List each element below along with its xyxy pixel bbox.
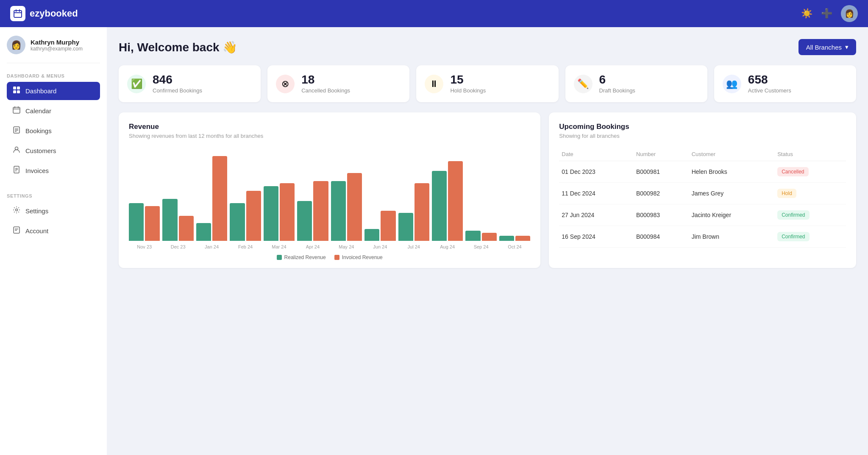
table-row: 11 Dec 2024 B000982 James Grey Hold [559,183,846,204]
sun-icon[interactable]: ☀️ [801,8,812,19]
legend-invoiced: Invoiced Revenue [334,254,383,260]
sidebar-item-label: Bookings [25,127,52,134]
upcoming-title: Upcoming Bookings [559,123,846,131]
sidebar-item-label: Account [25,227,48,234]
logo-icon [10,6,25,21]
realized-bar [499,236,514,241]
sidebar-item-customers[interactable]: Customers [7,142,100,160]
sidebar-item-account[interactable]: Account [7,222,100,240]
table-header: Customer [689,148,775,161]
bar-group [331,173,362,241]
chart-month-label: Sep 24 [465,244,496,249]
realized-bar [196,223,211,241]
content-header: Hi, Welcome back 👋 All Branches ▾ [119,39,856,55]
invoiced-bar [448,161,463,241]
status-badge: Cancelled [777,167,808,176]
legend-invoiced-label: Invoiced Revenue [342,254,383,260]
settings-section: SETTINGS Settings Account [7,192,100,242]
chart-month-label: Jan 24 [196,244,227,249]
bar-group [297,181,328,241]
stat-number: 846 [153,74,202,86]
invoices-icon [13,166,20,176]
invoiced-bar [415,183,429,241]
sidebar-item-settings[interactable]: Settings [7,202,100,220]
logo-text: ezybooked [30,8,78,19]
realized-bar [129,203,144,241]
svg-rect-0 [14,11,22,17]
realized-bar [398,213,413,241]
revenue-card: Revenue Showing revenues from last 12 mo… [119,112,540,268]
stats-row: ✅ 846 Confirmed Bookings ⊗ 18 Cancelled … [119,65,856,102]
realized-dot [277,255,282,260]
sidebar-item-label: Settings [25,207,48,215]
stat-number: 15 [450,74,486,86]
table-row: 01 Dec 2023 B000981 Helen Brooks Cancell… [559,161,846,183]
bar-group [364,211,395,241]
stat-label: Active Customers [748,87,791,94]
upcoming-bookings-card: Upcoming Bookings Showing for all branch… [549,112,856,268]
stat-card-active-customers: 👥 658 Active Customers [714,65,856,102]
bar-group [499,236,530,241]
chart-month-label: Apr 24 [297,244,328,249]
booking-date: 16 Sep 2024 [559,226,634,248]
booking-number: B000981 [634,161,689,183]
branches-button[interactable]: All Branches ▾ [798,39,856,55]
chart-month-label: Mar 24 [264,244,295,249]
sidebar-item-calendar[interactable]: Calendar [7,102,100,120]
chart-month-label: Feb 24 [230,244,261,249]
chart-month-label: Nov 23 [129,244,160,249]
avatar: 👩 [7,36,25,54]
settings-icon [13,206,20,216]
stat-icon: ✏️ [574,75,593,93]
dashboard-section-label: DASHBOARD & MENUS [7,73,100,78]
booking-status: Confirmed [775,204,846,226]
stat-icon: ✅ [127,75,146,93]
add-icon[interactable]: ➕ [821,8,832,19]
booking-status: Hold [775,183,846,204]
bar-group [264,183,295,241]
invoiced-bar [347,173,362,241]
booking-number: B000983 [634,204,689,226]
booking-status: Confirmed [775,226,846,248]
sidebar: 👩 Kathryn Murphy kathryn@example.com DAS… [0,27,107,455]
top-navigation: ezybooked ☀️ ➕ 👩 [0,0,868,27]
booking-number: B000984 [634,226,689,248]
branches-btn-label: All Branches [806,44,842,51]
svg-rect-5 [17,87,20,89]
chart-month-label: Aug 24 [432,244,463,249]
bar-group [230,191,261,241]
svg-point-21 [16,209,18,211]
booking-date: 11 Dec 2024 [559,183,634,204]
svg-rect-8 [13,107,20,113]
user-info: Kathryn Murphy kathryn@example.com [31,39,83,52]
svg-rect-6 [13,90,16,93]
booking-date: 27 Jun 2024 [559,204,634,226]
invoiced-dot [334,255,339,260]
chart-month-label: Jul 24 [398,244,429,249]
sidebar-item-dashboard[interactable]: Dashboard [7,82,100,100]
invoiced-bar [179,216,194,241]
booking-customer: Helen Brooks [689,161,775,183]
sidebar-item-invoices[interactable]: Invoices [7,162,100,180]
user-avatar[interactable]: 👩 [841,5,858,22]
logo[interactable]: ezybooked [10,6,78,21]
stat-icon: ⊗ [276,75,295,93]
main-layout: 👩 Kathryn Murphy kathryn@example.com DAS… [0,27,868,455]
svg-rect-4 [13,87,16,89]
chart-month-label: May 24 [331,244,362,249]
realized-bar [230,203,245,241]
legend-realized-label: Realized Revenue [284,254,326,260]
chart-month-label: Oct 24 [499,244,530,249]
bottom-row: Revenue Showing revenues from last 12 mo… [119,112,856,268]
realized-bar [465,231,480,241]
booking-date: 01 Dec 2023 [559,161,634,183]
stat-card-confirmed-bookings: ✅ 846 Confirmed Bookings [119,65,261,102]
sidebar-item-bookings[interactable]: Bookings [7,122,100,140]
booking-status: Cancelled [775,161,846,183]
stat-number: 18 [301,74,350,86]
bar-group [398,183,429,241]
table-row: 27 Jun 2024 B000983 Jacinto Kreiger Conf… [559,204,846,226]
realized-bar [364,229,379,241]
bar-group [129,203,160,241]
settings-section-label: SETTINGS [7,193,100,198]
